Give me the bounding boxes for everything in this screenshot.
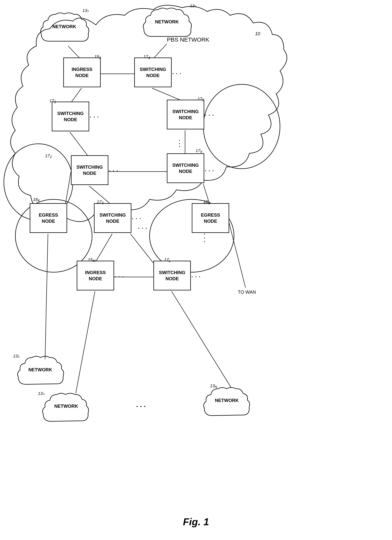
switching-node-176: SWITCHINGNODE — [167, 153, 204, 183]
cloud-13N-ref: 13N — [210, 383, 217, 389]
ref-151: 151 — [94, 54, 101, 60]
cloud-13N-label: NETWORK — [215, 398, 239, 403]
svg-line-19 — [76, 291, 95, 393]
cloud-131-label: NETWORK — [52, 24, 76, 29]
ingress-node-151: INGRESSNODE — [63, 58, 101, 87]
svg-line-15 — [95, 234, 112, 263]
dots-17L: · · · — [191, 274, 201, 280]
ref-181: 181 — [203, 199, 210, 205]
dots-175: · · · — [205, 112, 214, 118]
ingress-node-15M: INGRESSNODE — [77, 261, 114, 290]
cloud-132-ref: 13₂ — [13, 354, 19, 359]
ref-15M: 15M — [88, 257, 95, 263]
cloud-134-label: NETWORK — [155, 19, 179, 25]
ref-176: 176 — [196, 148, 202, 154]
dots-172: · · · — [109, 168, 118, 174]
fig-caption: Fig. 1 — [183, 516, 209, 528]
dots-176h: · · · — [205, 168, 214, 174]
ref-172: 172 — [45, 153, 52, 159]
switching-node-171: SWITCHINGNODE — [52, 102, 89, 131]
egress-node-18K: EGRESSNODE — [30, 203, 67, 233]
switching-node-172: SWITCHINGNODE — [71, 155, 108, 185]
svg-line-20 — [172, 291, 231, 388]
ref-173: 173 — [97, 199, 104, 205]
dots-174: · · · — [172, 70, 182, 77]
cloud-132-label: NETWORK — [28, 367, 52, 372]
cloud-13N: NETWORK — [201, 385, 252, 425]
egress-node-181: EGRESSNODE — [192, 203, 229, 233]
ref-174: 174 — [143, 54, 150, 60]
svg-line-12 — [65, 172, 71, 205]
ref-17L: 17L — [164, 257, 171, 263]
dots-171: · · · — [90, 114, 99, 120]
dots-176v: · · · — [176, 140, 183, 147]
switching-node-174: SWITCHINGNODE — [134, 58, 172, 87]
ref-175: 175 — [197, 96, 204, 102]
cloud-131-ref: 13₁ — [82, 8, 89, 13]
svg-line-16 — [131, 234, 153, 263]
svg-line-18 — [45, 234, 48, 359]
ref-171: 171 — [50, 98, 56, 104]
dots-181v: · · · — [201, 234, 207, 243]
dots-173b: · · · — [138, 225, 147, 231]
to-wan-label: TO WAN — [238, 290, 256, 295]
diagram-container: NETWORK 13₁ NETWORK 13₄ NETWORK 13₂ NETW… — [0, 0, 392, 540]
cloud-134-ref: 13₄ — [190, 3, 196, 8]
pbs-ref: 10 — [255, 31, 260, 36]
bottom-dots: · · · — [136, 403, 146, 411]
pbs-network-label: PBS NETWORK — [167, 36, 209, 43]
dots-15M: · · · — [115, 274, 124, 280]
dots-173a: · · · — [132, 216, 141, 222]
cloud-133: NETWORK — [40, 391, 92, 430]
switching-node-17L: SWITCHINGNODE — [153, 261, 191, 290]
svg-point-3 — [203, 84, 280, 169]
svg-line-9 — [70, 132, 89, 158]
cloud-133-label: NETWORK — [54, 404, 78, 409]
cloud-131: NETWORK — [37, 10, 91, 51]
cloud-133-ref: 13₃ — [38, 391, 44, 396]
switching-node-173: SWITCHINGNODE — [94, 203, 131, 233]
switching-node-175: SWITCHINGNODE — [167, 100, 204, 129]
cloud-132: NETWORK — [15, 355, 65, 393]
svg-line-21 — [228, 220, 246, 288]
ref-18K: 18K — [33, 197, 40, 203]
